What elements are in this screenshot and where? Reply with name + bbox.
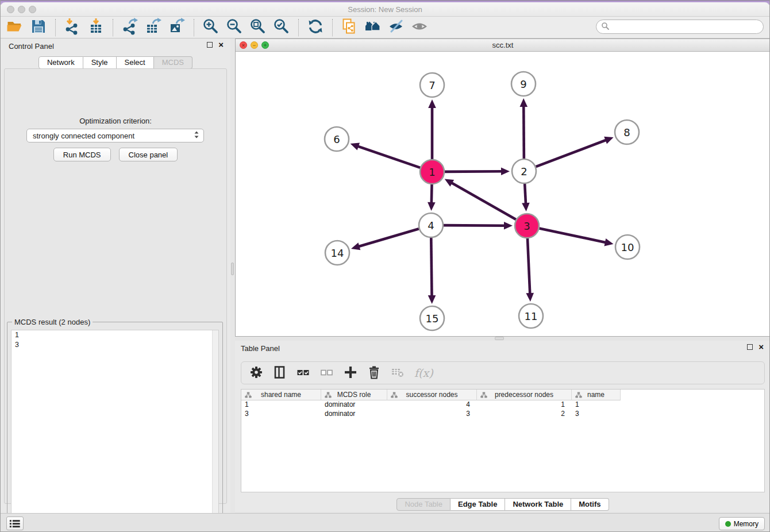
tab-network[interactable]: Network xyxy=(38,56,83,69)
close-window-button[interactable] xyxy=(7,6,14,13)
network-share-button[interactable] xyxy=(340,18,359,37)
graph-edge-1-2[interactable] xyxy=(445,167,510,175)
create-column-button[interactable] xyxy=(344,364,357,381)
hide-panels-button[interactable] xyxy=(387,18,406,37)
export-network-button[interactable] xyxy=(120,18,140,37)
graph-edge-3-11[interactable] xyxy=(526,238,534,302)
graph-node-1[interactable]: 1 xyxy=(420,160,444,184)
select-all-rows-button[interactable] xyxy=(297,364,310,381)
mcds-result-text[interactable]: 13 xyxy=(11,330,219,532)
network-maximize-button[interactable]: + xyxy=(261,41,269,49)
table-cell[interactable]: 1 xyxy=(572,400,621,410)
table-row[interactable]: 1dominator411 xyxy=(241,400,764,410)
network-canvas[interactable]: 1234678910111415 xyxy=(236,52,770,336)
apply-layout-button[interactable] xyxy=(306,18,325,37)
column-header-name[interactable]: name xyxy=(572,390,621,400)
column-header-predecessor-nodes[interactable]: predecessor nodes xyxy=(477,390,572,400)
search-input[interactable] xyxy=(610,21,763,33)
zoom-fit-button[interactable] xyxy=(248,18,268,37)
graph-node-6[interactable]: 6 xyxy=(325,127,349,151)
tab-select[interactable]: Select xyxy=(117,56,154,69)
network-minimize-button[interactable]: − xyxy=(251,41,258,49)
table-cell[interactable]: 1 xyxy=(241,400,321,410)
minimize-window-button[interactable] xyxy=(18,6,25,13)
run-mcds-button[interactable]: Run MCDS xyxy=(53,148,111,161)
home-button[interactable] xyxy=(363,18,383,37)
task-history-button[interactable] xyxy=(6,516,24,530)
maximize-window-button[interactable] xyxy=(29,6,36,13)
float-table-panel-icon[interactable] xyxy=(747,344,753,350)
save-session-button[interactable] xyxy=(29,18,48,37)
table-cell[interactable]: 3 xyxy=(387,410,477,419)
table-cell[interactable]: 4 xyxy=(387,400,477,410)
graph-node-7[interactable]: 7 xyxy=(420,73,444,97)
tab-node-table[interactable]: Node Table xyxy=(396,498,451,511)
graph-edge-1-4[interactable] xyxy=(428,184,436,211)
tab-style[interactable]: Style xyxy=(83,56,117,69)
tab-mcds[interactable]: MCDS xyxy=(154,56,192,69)
vertical-splitter[interactable] xyxy=(230,38,235,513)
graph-node-9[interactable]: 9 xyxy=(511,72,536,96)
horizontal-splitter[interactable] xyxy=(495,337,504,340)
graph-edge-4-15[interactable] xyxy=(428,238,436,304)
graph-edge-4-3[interactable] xyxy=(444,222,513,230)
network-close-button[interactable]: × xyxy=(240,41,247,49)
window-titlebar[interactable]: Session: New Session xyxy=(1,2,769,17)
graph-node-14[interactable]: 14 xyxy=(325,241,349,265)
function-builder-button[interactable]: f(x) xyxy=(414,364,433,381)
table-panel-mode-button[interactable] xyxy=(273,364,287,381)
memory-button[interactable]: Memory xyxy=(719,517,765,530)
float-panel-icon[interactable] xyxy=(207,42,213,48)
delete-table-button[interactable] xyxy=(391,364,405,381)
graph-node-3[interactable]: 3 xyxy=(515,214,539,238)
graph-node-11[interactable]: 11 xyxy=(519,304,543,328)
graph-edge-1-7[interactable] xyxy=(428,99,436,159)
graph-edge-2-3[interactable] xyxy=(522,184,530,211)
show-panels-button[interactable] xyxy=(410,18,430,37)
deselect-all-rows-button[interactable] xyxy=(320,364,334,381)
tab-network-table[interactable]: Network Table xyxy=(505,498,571,511)
delete-column-button[interactable] xyxy=(367,364,381,381)
open-session-button[interactable] xyxy=(5,18,25,37)
export-table-button[interactable] xyxy=(144,18,163,37)
graph-edge-2-9[interactable] xyxy=(519,98,528,159)
result-scrollbar[interactable] xyxy=(212,330,218,532)
column-header-successor-nodes[interactable]: successor nodes xyxy=(387,390,477,400)
table-cell[interactable]: dominator xyxy=(321,410,387,419)
table-cell[interactable]: 3 xyxy=(572,410,621,419)
tab-edge-table[interactable]: Edge Table xyxy=(451,498,505,511)
zoom-in-button[interactable] xyxy=(201,18,221,37)
table-cell[interactable]: dominator xyxy=(321,400,387,410)
graph-node-15[interactable]: 15 xyxy=(420,306,444,330)
graph-edge-3-1[interactable] xyxy=(445,179,516,219)
result-line: 3 xyxy=(11,340,218,350)
table-cell[interactable]: 1 xyxy=(477,400,572,410)
tab-motifs[interactable]: Motifs xyxy=(571,498,609,511)
criterion-select[interactable]: strongly connected component xyxy=(26,129,204,142)
network-window-titlebar[interactable]: × − + scc.txt xyxy=(236,39,770,52)
close-panel-icon[interactable]: × xyxy=(218,42,224,48)
graph-node-8[interactable]: 8 xyxy=(615,120,639,144)
close-panel-button[interactable]: Close panel xyxy=(119,148,178,161)
graph-edge-2-8[interactable] xyxy=(536,137,614,167)
zoom-selected-button[interactable] xyxy=(272,18,291,37)
graph-edge-1-6[interactable] xyxy=(351,143,421,168)
graph-node-4[interactable]: 4 xyxy=(419,213,443,237)
import-network-button[interactable] xyxy=(63,18,82,37)
column-header-shared-name[interactable]: shared name xyxy=(241,390,321,400)
table-row[interactable]: 3dominator323 xyxy=(241,410,764,419)
graph-node-2[interactable]: 2 xyxy=(512,159,536,183)
graph-edge-4-14[interactable] xyxy=(351,229,419,250)
table-cell[interactable]: 3 xyxy=(241,410,321,419)
search-box[interactable] xyxy=(596,20,764,34)
graph-node-10[interactable]: 10 xyxy=(615,235,640,259)
column-header-MCDS-role[interactable]: MCDS role xyxy=(321,390,387,400)
splitter-grip[interactable] xyxy=(231,263,234,275)
table-cell[interactable]: 2 xyxy=(477,410,572,419)
import-table-button[interactable] xyxy=(86,18,106,37)
export-image-button[interactable] xyxy=(167,18,187,37)
table-settings-button[interactable] xyxy=(249,364,263,381)
zoom-out-button[interactable] xyxy=(225,18,244,37)
close-table-panel-icon[interactable]: × xyxy=(759,344,764,350)
graph-edge-3-10[interactable] xyxy=(540,229,614,246)
